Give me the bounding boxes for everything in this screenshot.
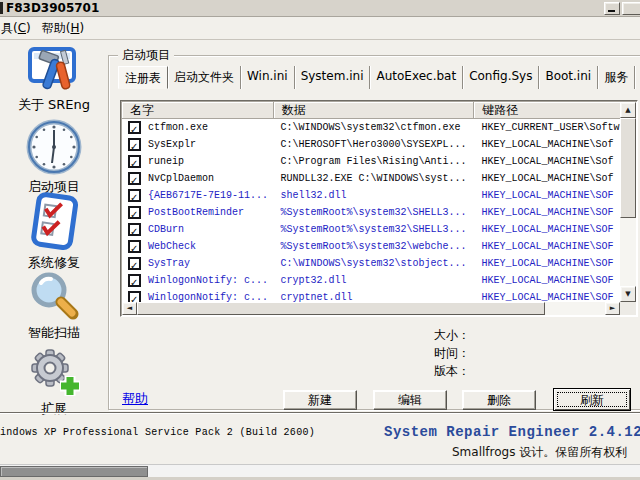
tab-boot-ini[interactable]: Boot.ini [539,66,598,89]
row-checkbox[interactable]: ✓ [128,257,141,270]
tab-autoexec-bat[interactable]: AutoExec.bat [370,66,463,89]
key-cell: HKEY_LOCAL_MACHINE\SOF [476,238,620,255]
key-cell: HKEY_LOCAL_MACHINE\SOF [476,255,620,272]
name-cell: ✓SysTray [122,255,274,272]
sreng-window: F83D3905701 具(C)帮助(H) 关于 SREng 启动项目 [0,0,640,480]
tab-services[interactable]: 服务 [598,66,635,89]
minimize-button[interactable] [604,2,620,15]
name-text: {AEB6717E-7E19-11... [148,187,268,204]
data-cell: RUNDLL32.EXE C:\WINDOWS\syst... [274,170,475,187]
sidebar-item-about[interactable]: 关于 SREng [0,46,108,114]
scrollbar-corner [620,302,636,315]
tab-registry[interactable]: 注册表 [118,66,168,89]
tab-config-sys[interactable]: Config.Sys [463,66,539,89]
check-mark-icon: ✓ [130,155,138,170]
key-cell: HKEY_LOCAL_MACHINE\Sof [476,153,620,170]
size-label: 大小： [380,327,470,345]
refresh-button[interactable]: 刷新 [553,388,631,411]
menu-item-label: 具( [1,21,18,35]
new-button[interactable]: 新建 [283,390,357,410]
scroll-up-button[interactable]: ▲ [620,102,636,118]
table-row[interactable]: ✓PostBootReminder%SystemRoot%\system32\S… [122,204,620,221]
row-checkbox[interactable]: ✓ [128,121,141,134]
edit-button[interactable]: 编辑 [373,390,447,410]
data-cell: shell32.dll [274,187,475,204]
data-cell: %SystemRoot%\system32\webche... [274,238,475,255]
row-checkbox[interactable]: ✓ [128,138,141,151]
table-row[interactable]: ✓CDBurn%SystemRoot%\system32\SHELL3...HK… [122,221,620,238]
name-text: PostBootReminder [148,204,244,221]
row-checkbox[interactable]: ✓ [128,223,141,236]
table-row[interactable]: ✓WinlogonNotify: c...cryptnet.dllHKEY_LO… [122,289,620,302]
table-row[interactable]: ✓WinlogonNotify: c...crypt32.dllHKEY_LOC… [122,272,620,289]
name-text: ctfmon.exe [148,119,208,136]
delete-button[interactable]: 删除 [462,390,536,410]
data-cell: cryptnet.dll [274,289,475,302]
row-checkbox[interactable]: ✓ [128,274,141,287]
tab-system-ini[interactable]: System.ini [295,66,371,89]
table-row[interactable]: ✓SysTrayC:\WINDOWS\system32\stobject...H… [122,255,620,272]
menu-item-hotkey: C [18,21,26,35]
name-text: WinlogonNotify: c... [148,272,268,289]
menu-item-help[interactable]: 帮助(H) [40,18,93,40]
row-checkbox[interactable]: ✓ [128,172,141,185]
name-cell: ✓CDBurn [122,221,274,238]
menu-item-label: ) [26,21,31,35]
menu-bar: 具(C)帮助(H) [0,18,640,40]
data-cell: C:\Program Files\Rising\Anti... [274,153,475,170]
file-info-panel: 大小： 时间： 版本： [380,327,620,381]
scroll-left-button[interactable]: ◄ [122,302,137,315]
brand-text: System Repair Engineer 2.4.12.800 [384,424,640,440]
credit-text: Smallfrogs 设计。保留所有权利 [452,444,627,461]
menu-item-tools[interactable]: 具(C) [0,18,40,40]
title-bar: F83D3905701 [0,0,640,17]
table-row[interactable]: ✓runeipC:\Program Files\Rising\Anti...HK… [122,153,620,170]
table-row[interactable]: ✓WebCheck%SystemRoot%\system32\webche...… [122,238,620,255]
key-cell: HKEY_LOCAL_MACHINE\Sof [476,136,620,153]
time-label: 时间： [380,345,470,363]
tab-strip: 注册表启动文件夹Win.iniSystem.iniAutoExec.batCon… [118,66,640,89]
check-mark-icon: ✓ [130,274,138,289]
sidebar-item-startup[interactable]: 启动项目 [0,118,108,196]
column-header-data[interactable]: 数据 [274,102,474,119]
sidebar-item-scan[interactable]: 智能扫描 [0,270,108,342]
row-checkbox[interactable]: ✓ [128,291,141,302]
horizontal-scrollbar[interactable]: ◄ ► [122,302,620,315]
horizontal-scroll-thumb[interactable] [137,302,545,315]
sidebar-item-repair[interactable]: 系统修复 [0,192,108,272]
button-label: 删除 [463,392,535,409]
maximize-button[interactable] [622,2,640,15]
row-checkbox[interactable]: ✓ [128,155,141,168]
button-label: 新建 [284,392,356,409]
table-row[interactable]: ✓ctfmon.exeC:\WINDOWS\system32\ctfmon.ex… [122,119,620,136]
scroll-down-button[interactable]: ▼ [620,286,636,302]
table-row[interactable]: ✓{AEB6717E-7E19-11...shell32.dllHKEY_LOC… [122,187,620,204]
key-cell: HKEY_LOCAL_MACHINE\SOF [476,204,620,221]
table-row[interactable]: ✓NvCplDaemonRUNDLL32.EXE C:\WINDOWS\syst… [122,170,620,187]
scroll-right-button[interactable]: ► [605,302,620,315]
data-cell: %SystemRoot%\system32\SHELL3... [274,204,475,221]
row-checkbox[interactable]: ✓ [128,240,141,253]
version-value [470,363,620,381]
check-mark-icon: ✓ [130,206,138,221]
vertical-scroll-thumb[interactable] [620,118,636,218]
tab-startup-folder[interactable]: 启动文件夹 [168,66,241,89]
about-tools-icon [0,46,108,94]
check-mark-icon: ✓ [130,172,138,187]
vertical-scrollbar[interactable]: ▲ ▼ [620,102,636,302]
check-mark-icon: ✓ [130,223,138,238]
viewport-scroll-thumb[interactable] [0,466,148,477]
name-cell: ✓ctfmon.exe [122,119,274,136]
name-cell: ✓WinlogonNotify: c... [122,289,274,302]
table-row[interactable]: ✓SysExplrC:\HEROSOFT\Hero3000\SYSEXPL...… [122,136,620,153]
tab-win-ini[interactable]: Win.ini [241,66,295,89]
key-cell: HKEY_LOCAL_MACHINE\SOF [476,221,620,238]
row-checkbox[interactable]: ✓ [128,189,141,202]
window-icon [0,2,3,14]
column-header-name[interactable]: 名字 [122,102,274,119]
viewport-hscrollbar[interactable] [0,464,640,477]
name-text: NvCplDaemon [148,170,214,187]
row-checkbox[interactable]: ✓ [128,206,141,219]
column-header-key[interactable]: 键路径 [474,102,620,119]
check-mark-icon: ✓ [130,138,138,153]
